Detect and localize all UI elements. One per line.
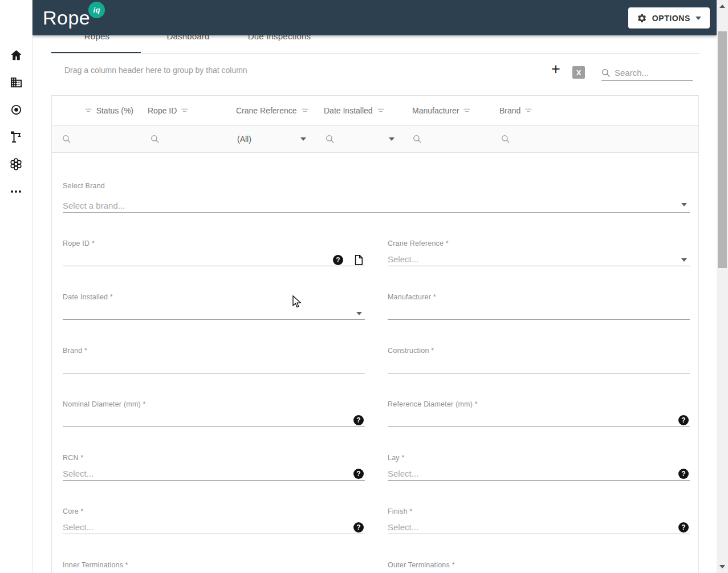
date-installed-input[interactable]: [63, 304, 365, 320]
main-content: Ropes Dashboard Due Inspections Drag a c…: [32, 35, 717, 573]
grid-search-input[interactable]: [615, 68, 686, 78]
lay[interactable]: [388, 469, 690, 478]
chevron-down-icon[interactable]: [300, 137, 306, 141]
filter-icon[interactable]: [463, 107, 471, 114]
field-label: Date Installed *: [63, 293, 365, 301]
chevron-down-icon[interactable]: [389, 137, 394, 141]
field-outer-terminations: Outer Terminations *: [388, 561, 690, 573]
finish-select[interactable]: [388, 519, 690, 534]
help-icon[interactable]: ?: [678, 522, 689, 533]
help-icon[interactable]: ?: [678, 415, 689, 425]
sidebar-item-more[interactable]: [0, 180, 32, 203]
core[interactable]: [63, 522, 365, 532]
app-logo: Rope iq: [43, 7, 90, 29]
reference-diameter[interactable]: [388, 415, 690, 425]
sidebar-item-company[interactable]: [0, 71, 32, 94]
manufacturer[interactable]: [388, 308, 690, 318]
sidebar-item-ropes[interactable]: [0, 153, 32, 176]
document-icon[interactable]: [353, 254, 364, 266]
grid-filter-row: (All): [52, 125, 698, 153]
field-label: RCN *: [63, 454, 365, 462]
column-header-status[interactable]: Status (%): [52, 96, 140, 125]
help-icon[interactable]: ?: [333, 255, 343, 265]
chevron-down-icon[interactable]: [681, 203, 687, 206]
search-icon: [151, 135, 160, 144]
gear-icon: [637, 13, 647, 23]
column-header-rope-id[interactable]: Rope ID: [140, 96, 227, 125]
field-label: Inner Terminations *: [63, 561, 365, 569]
chevron-down-icon[interactable]: [356, 312, 362, 315]
filter-cell-rope-id[interactable]: [140, 126, 227, 152]
construction-input[interactable]: [388, 358, 690, 373]
brand-select[interactable]: [63, 201, 690, 210]
column-label: Rope ID: [148, 106, 177, 115]
help-icon[interactable]: ?: [353, 415, 364, 425]
brand-input[interactable]: [63, 358, 365, 373]
scroll-up-arrow[interactable]: [717, 1, 728, 11]
filter-select-value: (All): [237, 135, 251, 144]
field-label: Construction *: [388, 347, 690, 355]
finish[interactable]: [388, 522, 690, 532]
date-installed[interactable]: [63, 308, 365, 318]
scrollbar-thumb[interactable]: [718, 31, 727, 268]
crane-icon: [9, 130, 23, 144]
vertical-scrollbar[interactable]: [717, 0, 728, 573]
chevron-down-icon[interactable]: [681, 258, 687, 262]
filter-icon[interactable]: [181, 107, 189, 114]
rope-id-input[interactable]: [63, 251, 365, 266]
add-row-button[interactable]: +: [548, 62, 563, 76]
filter-cell-crane-reference[interactable]: (All): [227, 126, 315, 152]
core-select[interactable]: [63, 519, 365, 534]
field-nominal-diameter: Nominal Diameter (mm) * ?: [63, 400, 365, 429]
app-screen: Ropes Dashboard Due Inspections Drag a c…: [0, 0, 728, 573]
filter-cell-brand[interactable]: [491, 126, 699, 152]
rope-id[interactable]: [63, 254, 365, 264]
sidebar-item-sites[interactable]: [0, 98, 32, 121]
construction[interactable]: [388, 361, 690, 371]
tab-bar-divider: [51, 53, 700, 54]
brand[interactable]: [63, 361, 365, 371]
field-construction: Construction *: [388, 347, 690, 375]
nominal-diameter-input[interactable]: [63, 412, 365, 427]
filter-icon[interactable]: [301, 107, 309, 114]
scroll-down-arrow[interactable]: [717, 562, 728, 572]
field-manufacturer: Manufacturer *: [388, 293, 690, 322]
help-icon[interactable]: ?: [353, 522, 364, 533]
column-header-manufacturer[interactable]: Manufacturer: [402, 96, 491, 125]
search-icon: [413, 135, 422, 144]
help-icon[interactable]: ?: [678, 469, 689, 479]
column-header-brand[interactable]: Brand: [491, 96, 699, 125]
options-button-label: OPTIONS: [652, 14, 690, 23]
brand-select-input[interactable]: [63, 196, 690, 213]
nominal-diameter[interactable]: [63, 415, 365, 425]
filter-cell-manufacturer[interactable]: [402, 126, 491, 152]
filter-cell-status[interactable]: [52, 126, 140, 152]
reference-diameter-input[interactable]: [388, 412, 690, 427]
column-header-crane-reference[interactable]: Crane Reference: [227, 96, 315, 125]
column-header-date-installed[interactable]: Date Installed: [315, 96, 402, 125]
sidebar-item-cranes[interactable]: [0, 125, 32, 148]
rcn[interactable]: [63, 469, 365, 478]
filter-icon[interactable]: [524, 107, 532, 114]
grid-header-row: Status (%) Rope ID Crane Reference Date …: [52, 96, 698, 125]
filter-icon[interactable]: [377, 107, 385, 114]
rcn-select[interactable]: [63, 465, 365, 481]
help-icon[interactable]: ?: [353, 469, 364, 479]
group-panel-hint: Drag a column header here to group by th…: [64, 66, 247, 75]
export-excel-button[interactable]: X: [572, 66, 585, 79]
crane-reference-select[interactable]: [388, 251, 690, 266]
filter-cell-date-installed[interactable]: [315, 126, 402, 152]
column-label: Status (%): [96, 106, 133, 115]
filter-icon[interactable]: [84, 107, 92, 114]
home-icon: [10, 48, 23, 62]
field-inner-terminations: Inner Terminations *: [63, 561, 365, 573]
field-label: Reference Diameter (mm) *: [388, 400, 690, 408]
field-label: Lay *: [388, 454, 690, 462]
grid-search-box[interactable]: [601, 65, 693, 81]
lay-select[interactable]: [388, 465, 690, 481]
manufacturer-input[interactable]: [388, 304, 690, 320]
nav-sidebar: [0, 0, 32, 573]
sidebar-item-home[interactable]: [0, 43, 32, 66]
options-button[interactable]: OPTIONS: [628, 7, 710, 29]
crane-reference[interactable]: [388, 254, 690, 264]
